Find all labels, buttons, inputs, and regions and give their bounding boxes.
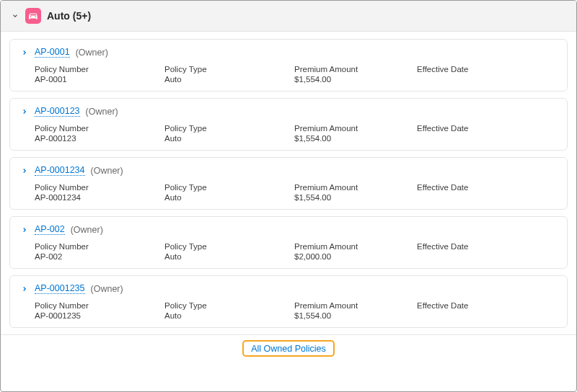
footer: All Owned Policies (1, 334, 576, 362)
policy-card: AP-0001234 (Owner) Policy Number Policy … (9, 157, 568, 210)
field-label-effective-date: Effective Date (417, 65, 547, 74)
policy-link[interactable]: AP-0001 (35, 47, 70, 58)
policy-link[interactable]: AP-0001235 (35, 283, 85, 294)
field-label-premium-amount: Premium Amount (294, 124, 417, 133)
field-value-premium-amount: $1,554.00 (294, 134, 417, 143)
field-value-policy-number: AP-002 (35, 252, 164, 261)
chevron-right-icon[interactable] (20, 48, 29, 57)
field-label-policy-number: Policy Number (35, 124, 164, 133)
chevron-right-icon[interactable] (20, 226, 29, 234)
owner-tag: (Owner) (76, 48, 108, 58)
field-value-policy-number: AP-0001 (35, 75, 164, 84)
chevron-down-icon[interactable] (11, 12, 19, 20)
owner-tag: (Owner) (91, 166, 123, 176)
highlight-callout: All Owned Policies (242, 340, 335, 357)
field-label-effective-date: Effective Date (417, 242, 547, 251)
field-label-premium-amount: Premium Amount (294, 65, 417, 74)
field-label-policy-type: Policy Type (164, 65, 294, 74)
field-value-policy-type: Auto (164, 193, 294, 202)
owner-tag: (Owner) (71, 225, 103, 235)
chevron-right-icon[interactable] (20, 285, 29, 293)
field-label-effective-date: Effective Date (417, 183, 547, 192)
field-value-policy-number: AP-000123 (35, 134, 164, 143)
field-label-policy-type: Policy Type (164, 301, 294, 310)
field-label-policy-number: Policy Number (35, 65, 164, 74)
policy-link[interactable]: AP-000123 (35, 106, 80, 117)
field-label-policy-type: Policy Type (164, 242, 294, 251)
field-value-policy-number: AP-0001234 (35, 193, 164, 202)
policy-card: AP-0001 (Owner) Policy Number Policy Typ… (9, 39, 568, 92)
field-value-premium-amount: $1,554.00 (294, 75, 417, 84)
field-value-effective-date (417, 134, 547, 143)
field-label-premium-amount: Premium Amount (294, 301, 417, 310)
field-value-effective-date (417, 311, 547, 320)
field-value-premium-amount: $2,000.00 (294, 252, 417, 261)
section-title: Auto (5+) (47, 10, 91, 22)
policy-card: AP-0001235 (Owner) Policy Number Policy … (9, 275, 568, 328)
chevron-right-icon[interactable] (20, 107, 29, 116)
car-icon (25, 8, 41, 24)
field-value-policy-type: Auto (164, 75, 294, 84)
field-value-effective-date (417, 193, 547, 202)
owner-tag: (Owner) (86, 107, 118, 117)
policy-link[interactable]: AP-002 (35, 224, 65, 235)
field-value-premium-amount: $1,554.00 (294, 193, 417, 202)
policy-link[interactable]: AP-0001234 (35, 165, 85, 176)
field-label-policy-type: Policy Type (164, 124, 294, 133)
field-label-effective-date: Effective Date (417, 124, 547, 133)
all-owned-policies-link[interactable]: All Owned Policies (244, 342, 333, 355)
field-value-policy-number: AP-0001235 (35, 311, 164, 320)
field-label-policy-number: Policy Number (35, 301, 164, 310)
section-header: Auto (5+) (1, 1, 576, 32)
owner-tag: (Owner) (91, 284, 123, 294)
field-value-policy-type: Auto (164, 252, 294, 261)
policy-card: AP-000123 (Owner) Policy Number Policy T… (9, 98, 568, 151)
field-value-policy-type: Auto (164, 134, 294, 143)
field-label-policy-number: Policy Number (35, 183, 164, 192)
field-value-premium-amount: $1,554.00 (294, 311, 417, 320)
field-value-effective-date (417, 75, 547, 84)
policy-card: AP-002 (Owner) Policy Number Policy Type… (9, 216, 568, 269)
field-label-effective-date: Effective Date (417, 301, 547, 310)
field-value-policy-type: Auto (164, 311, 294, 320)
chevron-right-icon[interactable] (20, 166, 29, 175)
field-label-policy-number: Policy Number (35, 242, 164, 251)
field-label-policy-type: Policy Type (164, 183, 294, 192)
field-label-premium-amount: Premium Amount (294, 242, 417, 251)
field-label-premium-amount: Premium Amount (294, 183, 417, 192)
policy-list: AP-0001 (Owner) Policy Number Policy Typ… (1, 32, 576, 328)
field-value-effective-date (417, 252, 547, 261)
